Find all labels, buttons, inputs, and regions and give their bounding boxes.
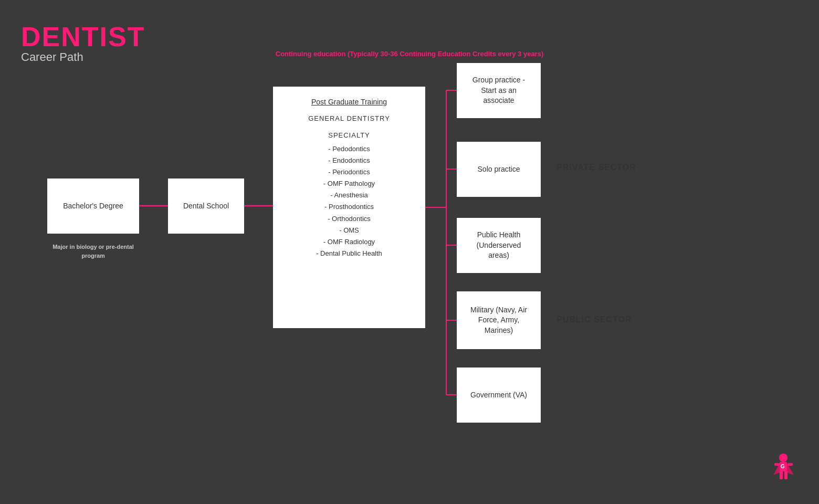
- private-sector-label: PRIVATE SECTOR: [556, 163, 636, 172]
- postgrad-items: - Pedodontics- Endodontics- Periodontics…: [316, 143, 382, 259]
- continuing-ed-banner: Continuing education (Typically 30-36 Co…: [0, 50, 819, 58]
- page-title: DENTIST: [21, 21, 145, 52]
- public-health-box: Public Health(Underservedareas): [457, 218, 541, 273]
- public-health-label: Public Health(Underservedareas): [477, 230, 521, 261]
- postgrad-specialty-title: SPECIALTY: [328, 131, 370, 140]
- government-box: Government (VA): [457, 368, 541, 423]
- solo-practice-box: Solo practice: [457, 142, 541, 197]
- dental-school-box: Dental School: [168, 178, 244, 234]
- svg-point-11: [779, 454, 788, 462]
- svg-text:G: G: [781, 464, 785, 469]
- bachelor-note: Major in biology or pre-dental program: [47, 243, 139, 260]
- svg-rect-14: [784, 471, 788, 479]
- solo-practice-label: Solo practice: [478, 164, 520, 175]
- svg-rect-13: [780, 471, 783, 479]
- dental-school-label: Dental School: [183, 201, 229, 212]
- bachelor-degree-label: Bachelor's Degree: [63, 201, 123, 212]
- bachelor-degree-box: Bachelor's Degree: [47, 178, 139, 234]
- government-label: Government (VA): [470, 390, 527, 401]
- postgrad-box: Post Graduate Training GENERAL DENTISTRY…: [273, 87, 425, 328]
- military-box: Military (Navy, AirForce, Army,Marines): [457, 291, 541, 349]
- public-sector-label: PUBLIC SECTOR: [556, 315, 632, 324]
- postgrad-title: Post Graduate Training: [311, 97, 387, 108]
- group-practice-label: Group practice -Start as anassociate: [472, 75, 525, 106]
- mascot-logo: G: [769, 452, 798, 488]
- svg-rect-15: [774, 463, 780, 466]
- military-label: Military (Navy, AirForce, Army,Marines): [470, 305, 527, 336]
- postgrad-general: GENERAL DENTISTRY: [308, 114, 390, 123]
- svg-rect-16: [788, 463, 793, 466]
- group-practice-box: Group practice -Start as anassociate: [457, 63, 541, 118]
